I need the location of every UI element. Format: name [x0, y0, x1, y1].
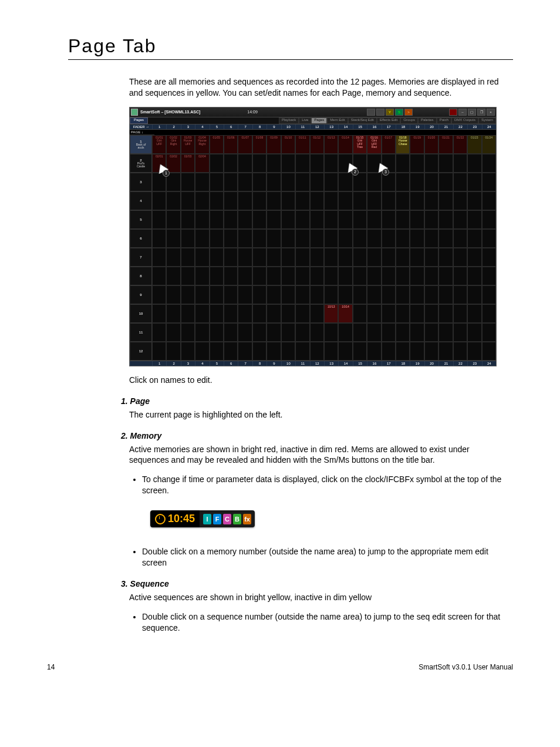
tab-patch[interactable]: Patch: [437, 117, 451, 124]
cell-1-15[interactable]: 01/15GiniUFFTree: [353, 135, 367, 154]
cell-3-18: [396, 173, 410, 191]
tab-dmx-outputs[interactable]: DMX Outputs: [451, 117, 478, 124]
tab-palettes[interactable]: Palettes: [418, 117, 437, 124]
page-row-10[interactable]: 10: [130, 304, 152, 323]
page-row-4[interactable]: 4: [130, 191, 152, 210]
cell-6-15: [353, 229, 367, 248]
tab-pages[interactable]: Pages: [311, 117, 327, 124]
ifcb-c[interactable]: C: [223, 514, 231, 524]
cell-7-24: [482, 248, 496, 267]
page-row-6[interactable]: 6: [130, 229, 152, 248]
cell-7-13: [324, 248, 338, 267]
cell-1-19[interactable]: 01/19: [410, 135, 424, 154]
cell-11-3: [181, 323, 195, 342]
tab-stack-seq-edit[interactable]: Stack/Seq Edit: [348, 117, 377, 124]
minimize-icon[interactable]: –: [458, 109, 467, 116]
section-3-bullet-1: Double click on a sequence number (outsi…: [142, 611, 513, 634]
clock-part[interactable]: 10:45: [150, 510, 200, 527]
cell-1-24[interactable]: 01/24: [482, 135, 496, 154]
cell-1-2[interactable]: 01/02GiniRight: [166, 135, 180, 154]
page-row-9[interactable]: 9: [130, 285, 152, 304]
cell-12-12: [310, 342, 324, 361]
cell-1-20[interactable]: 01/20: [424, 135, 438, 154]
tab-mem-edit[interactable]: Mem Edit: [327, 117, 348, 124]
tab-playback[interactable]: Playback: [279, 117, 299, 124]
cell-1-16[interactable]: 01/16GiniUFFRed: [367, 135, 381, 154]
titlebar-btn-o[interactable]: >: [404, 109, 413, 116]
page-row-3[interactable]: 3: [130, 173, 152, 191]
cell-4-16: [367, 191, 381, 210]
cell-8-12: [310, 267, 324, 285]
cell-1-10[interactable]: 01/10: [281, 135, 295, 154]
cell-1-1[interactable]: 01/01GiniUFF: [152, 135, 166, 154]
cell-12-14: [338, 342, 352, 361]
page-row-11[interactable]: 11: [130, 323, 152, 342]
page-row-12[interactable]: 12: [130, 342, 152, 361]
cell-1-11[interactable]: 01/11: [295, 135, 309, 154]
col-header-21: 21: [438, 361, 453, 366]
cell-5-23: [467, 210, 481, 229]
cell-12-21: [438, 342, 453, 361]
cell-5-3: [181, 210, 195, 229]
cell-11-7: [238, 323, 252, 342]
col-header-19: 19: [410, 124, 424, 129]
cell-1-9[interactable]: 01/09: [266, 135, 281, 154]
cell-10-13[interactable]: 10/13: [324, 304, 338, 323]
cell-7-3: [181, 248, 195, 267]
close-icon[interactable]: ×: [487, 109, 495, 116]
ifcb-b[interactable]: B: [233, 514, 241, 524]
page-row-5[interactable]: 5: [130, 210, 152, 229]
cell-1-3[interactable]: 01/03HouseUFF: [181, 135, 195, 154]
ifcb-fx[interactable]: fx: [243, 514, 251, 524]
cell-1-7[interactable]: 01/07: [238, 135, 252, 154]
tab-live[interactable]: Live: [299, 117, 311, 124]
titlebar-btn-s[interactable]: S: [395, 109, 403, 116]
cell-2-6: [224, 154, 238, 173]
restore-icon[interactable]: ❐: [477, 109, 485, 116]
cell-11-19: [410, 323, 424, 342]
page-row-7[interactable]: 7: [130, 248, 152, 267]
cell-2-3[interactable]: 02/03: [181, 154, 195, 173]
col-header-2: 2: [166, 124, 180, 129]
page-row-8[interactable]: 8: [130, 267, 152, 285]
cell-1-22[interactable]: 01/22: [453, 135, 467, 154]
cell-10-14[interactable]: 10/14: [338, 304, 352, 323]
cell-1-13[interactable]: 01/13: [324, 135, 338, 154]
page-row-2[interactable]: 2Prof'sCastle: [130, 154, 152, 173]
titlebar-btn-sm[interactable]: [367, 109, 375, 116]
titlebar-btn-y[interactable]: Y: [386, 109, 394, 116]
cell-2-17: [382, 154, 396, 173]
ifcb-i[interactable]: I: [203, 514, 211, 524]
cell-1-6[interactable]: 01/06: [224, 135, 238, 154]
ifcb-f[interactable]: F: [213, 514, 221, 524]
cell-11-24: [482, 323, 496, 342]
cell-2-15: [353, 154, 367, 173]
cell-2-4[interactable]: 02/04: [195, 154, 209, 173]
cell-1-4[interactable]: 01/04HouseRight: [195, 135, 209, 154]
page-row-1[interactable]: 1Back ofauds: [130, 135, 152, 154]
cell-1-12[interactable]: 01/12: [310, 135, 324, 154]
col-header-4: 4: [195, 361, 209, 366]
tab-effects-edit[interactable]: Effects Edit: [377, 117, 400, 124]
cell-12-19: [410, 342, 424, 361]
clock-ifcb-widget[interactable]: 10:45 I F C B fx: [150, 510, 255, 527]
tab-system[interactable]: System: [478, 117, 496, 124]
cell-6-5: [210, 229, 224, 248]
titlebar-btn-r1[interactable]: [449, 109, 457, 116]
cell-1-17[interactable]: 01/17: [382, 135, 396, 154]
cell-1-5[interactable]: 01/05: [210, 135, 224, 154]
cell-7-2: [166, 248, 180, 267]
cell-1-21[interactable]: 01/21: [438, 135, 453, 154]
cell-1-8[interactable]: 01/08: [252, 135, 266, 154]
maximize-icon[interactable]: ▢: [468, 109, 476, 116]
cell-3-24: [482, 173, 496, 191]
cell-2-2[interactable]: 02/02: [166, 154, 180, 173]
cell-2-1[interactable]: 02/01: [152, 154, 166, 173]
ifcb-part[interactable]: I F C B fx: [200, 510, 255, 527]
cell-1-18[interactable]: 01/18HouseChase: [396, 135, 410, 154]
cell-1-23[interactable]: 01/23: [467, 135, 481, 154]
tab-groups[interactable]: Groups: [400, 117, 418, 124]
cell-1-14[interactable]: 01/14: [338, 135, 352, 154]
app-icon: [131, 109, 138, 116]
titlebar-btn-ms[interactable]: [376, 109, 384, 116]
